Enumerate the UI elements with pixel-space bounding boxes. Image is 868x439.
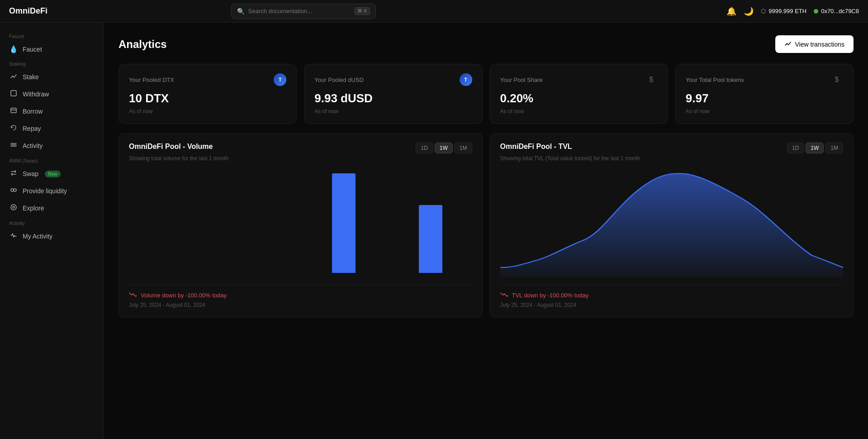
stat-card-header: Your Pooled dUSD T <box>314 73 472 86</box>
pooled-dusd-value: 9.93 dUSD <box>314 91 472 105</box>
sidebar-item-explore[interactable]: Explore <box>0 200 104 217</box>
theme-toggle-icon[interactable]: 🌙 <box>744 6 754 16</box>
volume-chart-header: OmniDeFi Pool - Volume 1D 1W 1M <box>129 143 472 153</box>
search-input[interactable] <box>248 8 351 14</box>
volume-date-range: July 25, 2024 - August 01, 2024 <box>129 302 472 308</box>
svg-rect-1 <box>11 108 16 113</box>
tvl-trend-text: TVL down by -100.00% today <box>512 292 589 299</box>
sidebar-item-swap[interactable]: Swap New <box>0 165 104 182</box>
sidebar-stake-label: Stake <box>23 73 39 81</box>
dollar-icon-total-pool: $ <box>830 73 843 86</box>
stat-card-header: Your Pooled DTX T <box>129 73 286 86</box>
sidebar-section-activity: Activity <box>0 217 104 228</box>
volume-chart-footer: Volume down by -100.00% today July 25, 2… <box>129 285 472 308</box>
sidebar-item-faucet[interactable]: 💧 Faucet <box>0 41 104 57</box>
sidebar-item-activity-staking[interactable]: Activity <box>0 137 104 154</box>
search-box[interactable]: 🔍 ⌘ K <box>231 4 376 19</box>
pooled-dusd-sub: As of now <box>314 108 472 115</box>
tvl-time-buttons: 1D 1W 1M <box>787 143 843 153</box>
stat-card-header: Your Pool Share $ <box>500 73 658 86</box>
explore-icon <box>9 204 18 213</box>
tvl-chart-header: OmniDeFi Pool - TVL 1D 1W 1M <box>500 143 844 153</box>
pooled-dtx-value: 10 DTX <box>129 91 286 105</box>
sidebar-withdraw-label: Withdraw <box>23 91 49 98</box>
activity-staking-icon <box>9 141 18 150</box>
sidebar-provide-liquidity-label: Provide liquidity <box>23 187 67 195</box>
sidebar-item-repay[interactable]: Repay <box>0 120 104 137</box>
tvl-chart-panel: OmniDeFi Pool - TVL 1D 1W 1M Showing tot… <box>490 133 854 318</box>
svg-rect-0 <box>11 91 16 96</box>
stat-card-header: Your Total Pool tokens $ <box>686 73 843 86</box>
main-layout: Faucet 💧 Faucet Staking Stake Withdraw B… <box>0 23 868 439</box>
total-pool-tokens-label: Your Total Pool tokens <box>686 76 744 83</box>
sidebar-section-amm: AMM (Swap) <box>0 154 104 165</box>
bar-item <box>419 205 442 273</box>
faucet-icon: 💧 <box>9 45 18 53</box>
topbar-right: 🔔 🌙 ⬡ 9999.999 ETH 0x70...dc79C8 <box>726 6 859 16</box>
volume-1w-btn[interactable]: 1W <box>435 143 453 153</box>
tvl-chart-area <box>500 169 844 277</box>
tvl-trend: TVL down by -100.00% today <box>500 291 844 299</box>
volume-trend-text: Volume down by -100.00% today <box>141 292 227 299</box>
analytics-header: Analytics View transactions <box>119 35 854 53</box>
chart-panels: OmniDeFi Pool - Volume 1D 1W 1M Showing … <box>119 133 854 318</box>
total-pool-tokens-sub: As of now <box>686 108 843 115</box>
sidebar-section-faucet: Faucet <box>0 30 104 41</box>
dtx-token-icon: T <box>274 73 286 86</box>
topbar: OmniDeFi 🔍 ⌘ K 🔔 🌙 ⬡ 9999.999 ETH 0x70..… <box>0 0 868 23</box>
sidebar-item-borrow[interactable]: Borrow <box>0 103 104 120</box>
stat-cards: Your Pooled DTX T 10 DTX As of now Your … <box>119 64 854 124</box>
svg-point-4 <box>11 205 16 210</box>
volume-chart-subtitle: Showing total volume for the last 1 mont… <box>129 155 472 162</box>
tvl-1w-btn[interactable]: 1W <box>806 143 824 153</box>
bar-item <box>332 173 356 273</box>
pool-share-value: 0.20% <box>500 91 658 105</box>
new-badge: New <box>45 171 61 177</box>
pooled-dusd-label: Your Pooled dUSD <box>314 76 364 83</box>
sidebar-item-my-activity[interactable]: My Activity <box>0 228 104 245</box>
svg-point-3 <box>14 189 16 191</box>
stat-card-pool-share: Your Pool Share $ 0.20% As of now <box>490 64 668 124</box>
pooled-dtx-label: Your Pooled DTX <box>129 76 174 83</box>
pool-share-label: Your Pool Share <box>500 76 543 83</box>
eth-balance-value: 9999.999 ETH <box>768 8 806 14</box>
volume-1d-btn[interactable]: 1D <box>416 143 432 153</box>
tvl-chart-subtitle: Showing total TVL (Total value locked) f… <box>500 155 844 162</box>
bar-chart-bars <box>129 173 472 273</box>
sidebar-item-withdraw[interactable]: Withdraw <box>0 86 104 103</box>
volume-chart-panel: OmniDeFi Pool - Volume 1D 1W 1M Showing … <box>119 133 483 318</box>
connection-status-dot <box>814 9 818 14</box>
svg-point-2 <box>11 189 14 191</box>
tvl-1d-btn[interactable]: 1D <box>787 143 804 153</box>
keyboard-shortcut: ⌘ K <box>355 7 370 15</box>
trend-down-icon <box>129 291 137 299</box>
sidebar-borrow-label: Borrow <box>23 108 43 115</box>
sidebar-item-provide-liquidity[interactable]: Provide liquidity <box>0 182 104 200</box>
my-activity-icon <box>9 232 18 241</box>
volume-chart-title: OmniDeFi Pool - Volume <box>129 143 213 151</box>
volume-1m-btn[interactable]: 1M <box>455 143 472 153</box>
tvl-1m-btn[interactable]: 1M <box>825 143 843 153</box>
sidebar-explore-label: Explore <box>23 205 44 212</box>
notification-icon[interactable]: 🔔 <box>726 6 736 16</box>
sidebar: Faucet 💧 Faucet Staking Stake Withdraw B… <box>0 23 104 439</box>
dusd-token-icon: T <box>460 73 472 86</box>
volume-time-buttons: 1D 1W 1M <box>416 143 472 153</box>
page-title: Analytics <box>119 38 167 51</box>
tvl-chart-title: OmniDeFi Pool - TVL <box>500 143 572 151</box>
stake-icon <box>9 72 18 81</box>
sidebar-item-stake[interactable]: Stake <box>0 68 104 86</box>
volume-chart-area <box>129 169 472 277</box>
app-logo: OmniDeFi <box>9 6 47 16</box>
sidebar-activity-staking-label: Activity <box>23 142 43 149</box>
pool-share-sub: As of now <box>500 108 658 115</box>
tvl-trend-down-icon <box>500 291 508 299</box>
volume-trend: Volume down by -100.00% today <box>129 291 472 299</box>
view-transactions-button[interactable]: View transactions <box>775 35 854 53</box>
sidebar-item-label: Faucet <box>23 46 42 53</box>
borrow-icon <box>9 107 18 116</box>
repay-icon <box>9 124 18 133</box>
search-icon: 🔍 <box>237 8 245 15</box>
stat-card-total-pool-tokens: Your Total Pool tokens $ 9.97 As of now <box>675 64 854 124</box>
wallet-address[interactable]: 0x70...dc79C8 <box>814 8 859 14</box>
